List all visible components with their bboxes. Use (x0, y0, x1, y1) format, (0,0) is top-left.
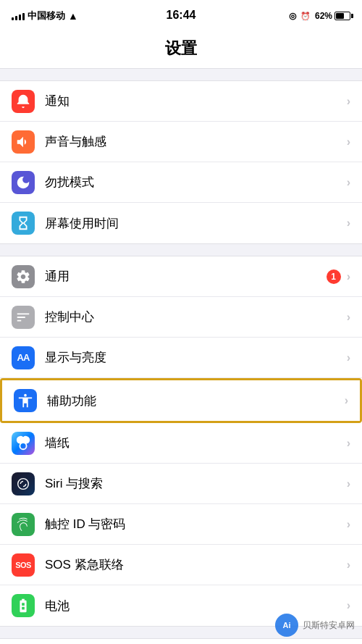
signal-bars (12, 12, 25, 20)
watermark-icon-text: Ai (283, 621, 291, 630)
notifications-label: 通知 (45, 93, 347, 109)
display-label: 显示与亮度 (45, 349, 347, 366)
dnd-icon (12, 171, 35, 194)
controlcenter-label: 控制中心 (45, 309, 347, 325)
row-sos[interactable]: SOS SOS 紧急联络 › (0, 545, 362, 585)
row-wallpaper[interactable]: 墙纸 › (0, 423, 362, 464)
sound-label: 声音与触感 (45, 133, 347, 150)
moon-svg (15, 175, 31, 191)
display-chevron: › (347, 351, 350, 364)
notifications-icon (12, 90, 35, 113)
accessibility-label: 辅助功能 (47, 393, 345, 409)
battery-row-icon (12, 594, 35, 617)
touchid-chevron: › (347, 518, 350, 531)
siri-label: Siri 与搜索 (45, 475, 347, 492)
row-display[interactable]: AA 显示与亮度 › (0, 338, 362, 378)
controlcenter-chevron: › (347, 311, 350, 324)
status-left: 中国移动 ▲ (12, 9, 78, 22)
fingerprint-svg (15, 517, 31, 532)
row-general[interactable]: 通用 1 › (0, 256, 362, 297)
row-dnd[interactable]: 勿扰模式 › (0, 162, 362, 203)
battery-chevron: › (347, 599, 350, 612)
gear-svg (15, 269, 31, 285)
screentime-icon (12, 212, 35, 235)
section-partial: 隐私 › (0, 638, 362, 644)
controlcenter-icon (12, 306, 35, 329)
sound-chevron: › (347, 135, 350, 149)
wallpaper-chevron: › (347, 437, 350, 450)
siri-icon (12, 472, 35, 495)
row-accessibility[interactable]: 辅助功能 › (2, 380, 360, 421)
status-right: ◎ ⏰ 62% (289, 11, 350, 21)
touchid-label: 触控 ID 与密码 (45, 516, 347, 532)
touchid-icon (12, 513, 35, 536)
accessibility-icon (14, 389, 37, 412)
row-touchid[interactable]: 触控 ID 与密码 › (0, 504, 362, 545)
row-sound[interactable]: 声音与触感 › (0, 122, 362, 162)
wifi-icon: ▲ (68, 10, 78, 22)
general-badge: 1 (327, 269, 341, 284)
notifications-chevron: › (347, 95, 350, 108)
wallpaper-label: 墙纸 (45, 435, 347, 451)
sos-chevron: › (347, 559, 350, 572)
general-chevron: › (347, 270, 350, 283)
row-controlcenter[interactable]: 控制中心 › (0, 297, 362, 338)
bell-svg (15, 93, 31, 109)
toggles-svg (15, 309, 31, 325)
screentime-label: 屏幕使用时间 (45, 215, 347, 232)
sos-icon: SOS (12, 553, 35, 577)
watermark: Ai 贝斯特安卓网 (275, 614, 355, 637)
watermark-icon: Ai (275, 614, 298, 637)
wallpaper-icon (12, 432, 35, 455)
row-notifications[interactable]: 通知 › (0, 81, 362, 122)
siri-svg (15, 476, 31, 492)
row-screentime[interactable]: 屏幕使用时间 › (0, 203, 362, 243)
row-siri[interactable]: Siri 与搜索 › (0, 464, 362, 504)
battery-fill (336, 13, 344, 19)
battery-icon (334, 12, 350, 20)
battery-status: 62% (315, 11, 350, 21)
sound-icon (12, 130, 35, 154)
general-label: 通用 (45, 268, 327, 285)
sos-label: SOS 紧急联络 (45, 556, 347, 573)
battery-pct: 62% (315, 11, 332, 21)
alarm-icon: ⏰ (300, 12, 311, 21)
section-1: 通知 › 声音与触感 › 勿扰模式 › 屏幕使用时间 › (0, 80, 362, 244)
screentime-chevron: › (347, 217, 350, 230)
hourglass-svg (15, 215, 31, 231)
section-2: 通用 1 › 控制中心 › AA 显示与亮度 › 辅助功能 › 墙纸 (0, 256, 362, 627)
location-icon: ◎ (289, 11, 296, 21)
status-bar: 中国移动 ▲ 16:44 ◎ ⏰ 62% (0, 0, 362, 32)
accessibility-svg (17, 393, 33, 409)
general-icon (12, 265, 35, 288)
carrier-label: 中国移动 (28, 9, 65, 22)
siri-chevron: › (347, 477, 350, 490)
row-privacy[interactable]: 隐私 › (0, 639, 362, 644)
battery-svg (15, 598, 31, 614)
accessibility-chevron: › (345, 394, 348, 407)
status-time: 16:44 (167, 9, 196, 22)
page-title: 设置 (0, 32, 362, 69)
battery-label: 电池 (45, 598, 347, 614)
dnd-label: 勿扰模式 (45, 174, 347, 191)
svg-point-0 (18, 478, 29, 489)
display-icon: AA (12, 346, 35, 369)
sound-svg (15, 134, 31, 150)
flower-svg (15, 435, 31, 451)
dnd-chevron: › (347, 176, 350, 189)
watermark-label: 贝斯特安卓网 (303, 619, 355, 632)
